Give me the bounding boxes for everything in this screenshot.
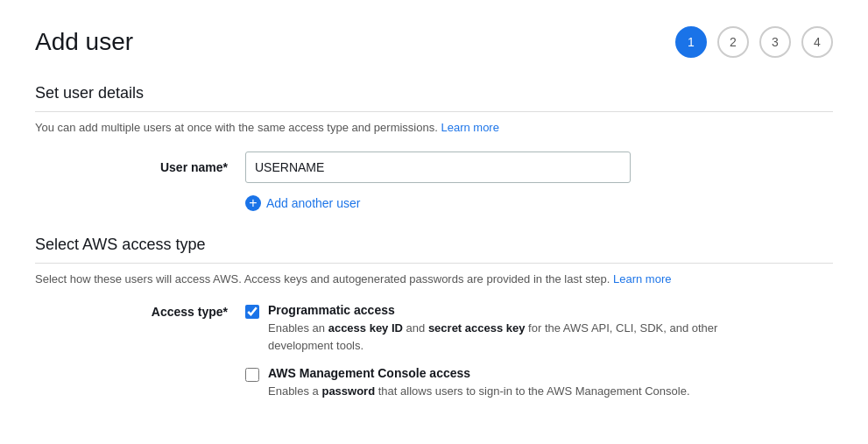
programmatic-access-option: Programmatic access Enables an access ke… (245, 303, 759, 354)
step-3[interactable]: 3 (759, 26, 791, 58)
access-options: Programmatic access Enables an access ke… (245, 303, 759, 400)
add-another-user-button[interactable]: + Add another user (245, 195, 360, 211)
add-another-user-label: Add another user (266, 196, 360, 210)
console-checkbox-wrap[interactable] (245, 368, 259, 384)
console-access-option: AWS Management Console access Enables a … (245, 366, 759, 400)
step-1[interactable]: 1 (675, 26, 707, 58)
step-4[interactable]: 4 (801, 26, 833, 58)
access-type-row: Access type* Programmatic access Enables… (35, 303, 833, 400)
aws-access-type-desc: Select how these users will access AWS. … (35, 272, 833, 285)
console-access-title: AWS Management Console access (268, 366, 690, 380)
username-label: User name* (123, 160, 228, 174)
set-user-details-learn-more[interactable]: Learn more (441, 121, 498, 134)
add-another-user-row: + Add another user (35, 195, 833, 211)
set-user-details-desc: You can add multiple users at once with … (35, 121, 833, 134)
step-2[interactable]: 2 (717, 26, 749, 58)
username-row: User name* (35, 152, 833, 183)
page-header: Add user 1 2 3 4 (35, 26, 833, 58)
console-access-desc: Enables a password that allows users to … (268, 383, 690, 400)
plus-icon: + (245, 195, 261, 211)
step-indicators: 1 2 3 4 (675, 26, 833, 58)
aws-access-type-title: Select AWS access type (35, 236, 833, 264)
programmatic-checkbox-wrap[interactable] (245, 305, 259, 321)
console-access-content: AWS Management Console access Enables a … (268, 366, 690, 400)
access-type-label: Access type* (123, 303, 228, 319)
programmatic-access-content: Programmatic access Enables an access ke… (268, 303, 759, 354)
programmatic-access-desc: Enables an access key ID and secret acce… (268, 320, 759, 354)
set-user-details-title: Set user details (35, 84, 833, 112)
page-title: Add user (35, 28, 133, 56)
set-user-details-desc-text: You can add multiple users at once with … (35, 121, 438, 134)
aws-access-type-desc-text: Select how these users will access AWS. … (35, 272, 610, 285)
programmatic-access-title: Programmatic access (268, 303, 759, 317)
console-access-checkbox[interactable] (245, 368, 259, 382)
aws-access-type-learn-more[interactable]: Learn more (613, 272, 671, 285)
set-user-details-section: Set user details You can add multiple us… (35, 84, 833, 211)
username-input[interactable] (245, 152, 631, 183)
programmatic-access-checkbox[interactable] (245, 305, 259, 319)
aws-access-type-section: Select AWS access type Select how these … (35, 236, 833, 400)
